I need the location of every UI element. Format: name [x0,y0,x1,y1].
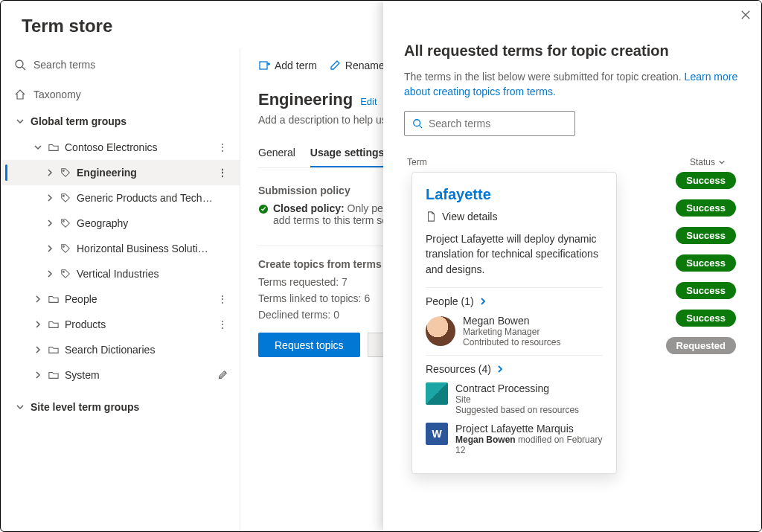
people-section-head[interactable]: People (1) [426,295,603,307]
tree-people[interactable]: People ⋮ [1,286,240,312]
status-rows: Success Success Success Success Success … [404,172,740,354]
site-term-groups-header[interactable]: Site level term groups [1,394,240,420]
term-title: Engineering [258,90,353,109]
resource-who: Megan Bowen [455,435,516,445]
hover-description: Project Lafayette will deploy dynamic tr… [426,231,603,277]
word-icon: W [426,423,448,445]
person-note: Contributed to resources [463,337,560,347]
sidebar: Search terms Taxonomy Global term groups [1,48,240,531]
pencil-icon [329,60,341,71]
folder-icon [48,142,59,153]
tree-label: Generic Products and Technol... [77,192,213,204]
resources-head-label: Resources (4) [426,363,491,375]
folder-icon [48,294,59,304]
tree-label: Engineering [77,167,213,179]
global-group-label: Global term groups [31,115,127,127]
tree-item-geography[interactable]: Geography ⋮ [1,211,240,236]
view-details-link[interactable]: View details [426,211,603,222]
request-topics-button[interactable]: Request topics [258,333,360,357]
col-status[interactable]: Status [690,157,726,167]
resource-note: Suggested based on resources [455,405,579,415]
chevron-right-icon [478,297,487,306]
svg-line-1 [22,67,25,70]
chevron-right-icon [496,365,505,374]
folder-icon [48,319,59,330]
tag-icon [60,167,71,178]
person-role: Marketing Manager [463,327,560,337]
tree-contoso[interactable]: Contoso Electronics ⋮ [1,135,240,160]
term-hover-card: Lafayette View details Project Lafayette… [412,172,617,474]
tree-label: People [65,293,213,305]
tree-label: Search Dictionaries [65,344,213,356]
person-row[interactable]: Megan Bowen Marketing Manager Contribute… [426,315,603,347]
chevron-down-icon [33,143,42,152]
status-badge: Success [676,172,736,189]
svg-point-6 [63,272,65,273]
tree-label: Geography [77,217,213,229]
policy-text-2: add terms to this term set. [273,214,394,226]
tree-item-generic[interactable]: Generic Products and Technol... ⋮ [1,185,240,211]
site-group-label: Site level term groups [31,401,139,413]
home-icon [14,89,26,100]
more-icon[interactable]: ⋮ [213,293,232,305]
tab-usage-settings[interactable]: Usage settings [310,141,385,167]
tree-system[interactable]: System [1,362,240,388]
resources-section-head[interactable]: Resources (4) [426,363,603,375]
tree-item-engineering[interactable]: Engineering ⋮ [1,160,240,185]
resource-modified: Megan Bowen modified on February 12 [455,435,603,455]
svg-point-4 [63,221,65,222]
hover-title[interactable]: Lafayette [426,186,603,203]
more-icon[interactable]: ⋮ [213,318,232,330]
panel-search[interactable] [404,111,575,136]
svg-rect-7 [260,62,267,69]
col-term: Term [407,157,427,167]
tree-products[interactable]: Products ⋮ [1,312,240,337]
avatar [426,316,455,346]
sidebar-taxonomy[interactable]: Taxonomy [1,81,240,108]
tree-search-dict[interactable]: Search Dictionaries ⋮ [1,337,240,362]
global-term-groups-header[interactable]: Global term groups [1,108,240,135]
svg-point-5 [63,246,65,248]
tag-icon [60,243,71,254]
chevron-right-icon [45,244,54,253]
svg-point-2 [63,170,65,172]
tab-general[interactable]: General [258,141,295,167]
svg-point-3 [63,196,65,197]
more-icon[interactable]: ⋮ [213,167,232,179]
resource-row[interactable]: W Project Lafayette Marquis Megan Bowen … [426,423,603,455]
status-badge: Success [676,199,736,217]
svg-line-14 [420,126,423,129]
sidebar-search-placeholder: Search terms [33,59,95,71]
tree-label: Horizontal Business Solutions [77,243,213,254]
status-badge: Success [676,227,736,244]
chevron-down-icon [16,117,25,126]
more-icon[interactable]: ⋮ [213,141,232,153]
svg-point-13 [414,120,420,126]
taxonomy-label: Taxonomy [33,89,81,100]
close-icon[interactable] [740,10,751,20]
panel-search-input[interactable] [429,118,567,129]
resource-kind: Site [455,394,579,405]
tree-label: System [65,369,213,381]
requested-terms-panel: All requested terms for topic creation T… [383,1,761,531]
view-details-label: View details [442,211,497,222]
sidebar-search[interactable]: Search terms [1,53,240,81]
check-circle-icon [258,204,269,214]
tag-icon [60,269,71,279]
tree-label: Vertical Industries [77,268,213,280]
tree-item-vertical[interactable]: Vertical Industries ⋮ [1,261,240,286]
chevron-right-icon [45,219,54,228]
document-icon [426,211,436,222]
resource-row[interactable]: Contract Processing Site Suggested based… [426,382,603,415]
chevron-right-icon [33,295,42,304]
panel-title: All requested terms for topic creation [404,42,740,60]
add-term-button[interactable]: Add term [258,60,317,71]
tree-item-horizontal[interactable]: Horizontal Business Solutions ⋮ [1,236,240,261]
edit-link[interactable]: Edit [360,96,377,107]
chevron-right-icon [33,320,42,329]
person-name: Megan Bowen [463,315,560,327]
chevron-right-icon [45,193,54,202]
tree-label: Contoso Electronics [65,141,213,153]
chevron-right-icon [33,345,42,354]
chevron-right-icon [45,168,54,177]
